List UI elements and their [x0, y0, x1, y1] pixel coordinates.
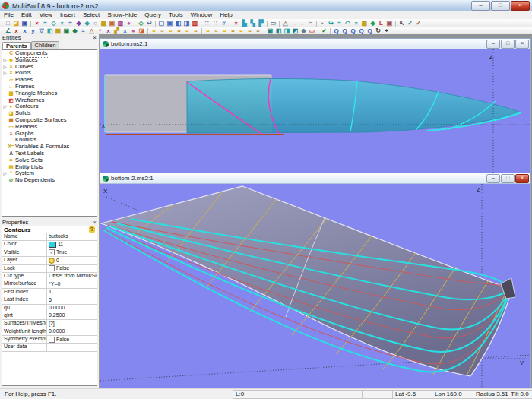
toolbar-icon[interactable]: ↔ — [298, 20, 306, 27]
toolbar-icon[interactable]: ↩ — [145, 20, 154, 27]
tree-item-no-dependents[interactable]: ⊘No Dependents — [2, 177, 97, 184]
app-titlebar[interactable]: MultiSurf 8.9 - bottom-2.ms2 – □ × — [0, 0, 532, 12]
toolbar-icon[interactable]: ▣ — [385, 20, 394, 27]
expand-icon[interactable]: ▷ — [2, 103, 8, 110]
toolbar-icon[interactable]: × — [352, 20, 360, 27]
property-value[interactable]: *Y=0 — [47, 280, 97, 287]
toolbar-icon[interactable]: × — [232, 20, 240, 27]
toolbar-icon[interactable]: ≈ — [66, 20, 74, 27]
close-button[interactable]: × — [515, 174, 529, 183]
toolbar-icon[interactable]: * — [96, 27, 104, 34]
close-icon[interactable]: × — [93, 220, 97, 226]
toolbar-icon[interactable]: Q — [340, 27, 349, 34]
property-row-q0[interactable]: q00.0000 — [2, 305, 97, 312]
maximize-button[interactable]: □ — [501, 174, 515, 183]
toolbar-icon[interactable]: ○ — [91, 20, 100, 27]
viewport-window-bottom[interactable]: bottom-2.ms2:1 – □ × — [100, 173, 530, 387]
toolbar-icon[interactable]: ▢ — [157, 20, 166, 27]
property-row-layer[interactable]: Layer0 — [2, 257, 97, 264]
toolbar-icon[interactable]: ● — [125, 20, 133, 27]
toolbar-icon[interactable]: ¤ — [192, 27, 200, 34]
toolbar-icon[interactable]: ↖ — [397, 20, 406, 27]
toolbar-icon[interactable]: ✓ — [406, 20, 414, 27]
menu-select[interactable]: Select — [79, 11, 103, 19]
property-value[interactable]: 5 — [47, 296, 97, 303]
toolbar-icon[interactable]: ¤ — [220, 27, 229, 34]
menu-edit[interactable]: Edit — [17, 11, 36, 19]
viewport-canvas-side-view[interactable]: x Z — [100, 49, 530, 174]
toolbar-icon[interactable]: ∷ — [203, 20, 211, 27]
property-value[interactable]: 11 — [47, 241, 97, 248]
viewport-window-top[interactable]: bottom.ms2:1 – □ × — [100, 39, 530, 173]
menu-query[interactable]: Query — [141, 11, 165, 19]
toolbar-icon[interactable]: ▞ — [112, 27, 121, 34]
toolbar-icon[interactable]: ✓ — [414, 20, 423, 27]
toolbar-icon[interactable]: ◈ — [83, 20, 91, 27]
property-value[interactable] — [47, 344, 97, 350]
property-row-color[interactable]: Color11 — [2, 241, 97, 249]
toolbar-icon[interactable]: ≈ — [79, 27, 87, 34]
viewport-canvas-3d-view[interactable]: X Z Y — [100, 184, 530, 388]
property-row-last-index[interactable]: Last index5 — [2, 296, 97, 304]
close-button[interactable]: × — [515, 40, 529, 49]
property-row-symmetry-exempt[interactable]: Symmetry exemptFalse — [2, 336, 97, 344]
toolbar-icon[interactable]: ▦ — [54, 27, 62, 34]
property-row-visible[interactable]: Visible✓True — [2, 249, 97, 257]
minimize-button[interactable]: – — [486, 40, 500, 49]
toolbar-icon[interactable]: ◩ — [291, 27, 299, 34]
toolbar-icon[interactable]: ≈ — [335, 20, 344, 27]
toolbar-icon[interactable]: x — [21, 27, 29, 34]
toolbar-icon[interactable]: ▦ — [360, 20, 369, 27]
property-value[interactable]: buttocks — [47, 233, 97, 240]
tab-parents[interactable]: Parents — [2, 42, 31, 49]
toolbar-icon[interactable]: ▦ — [100, 20, 108, 27]
toolbar-icon[interactable]: ¤ — [245, 27, 254, 34]
property-value[interactable]: 1 — [47, 289, 97, 296]
property-value[interactable]: 0.2500 — [47, 312, 97, 319]
property-row-cut-type[interactable]: Cut typeOffset from Mirror/Surface — [2, 273, 97, 280]
toolbar-icon[interactable]: × — [58, 20, 66, 27]
property-value[interactable]: False — [47, 265, 97, 272]
property-value[interactable]: 0.0000 — [47, 328, 97, 335]
property-row-weight-unit-length[interactable]: Weight/unit length0.0000 — [2, 328, 97, 336]
toolbar-icon[interactable]: ¤ — [254, 27, 262, 34]
toolbar-icon[interactable]: ◆ — [71, 27, 79, 34]
toolbar-icon[interactable]: # — [220, 20, 228, 27]
toolbar-icon[interactable]: ▣ — [62, 27, 71, 34]
property-value[interactable]: False — [47, 336, 97, 343]
minimize-button[interactable]: – — [471, 1, 490, 11]
property-row-user-data[interactable]: User data — [2, 344, 97, 351]
toolbar-icon[interactable]: + — [382, 27, 391, 34]
toolbar-icon[interactable]: ▣ — [166, 20, 174, 27]
toolbar-icon[interactable]: ∷ — [211, 20, 220, 27]
viewport-window-top-titlebar[interactable]: bottom.ms2:1 – □ × — [100, 39, 530, 49]
viewport-window-bottom-titlebar[interactable]: bottom-2.ms2:1 – □ × — [100, 173, 530, 184]
property-row-qint[interactable]: qInt0.2500 — [2, 312, 97, 320]
toolbar-icon[interactable]: ▽ — [37, 27, 46, 34]
toolbar-icon[interactable]: ◧ — [174, 20, 182, 27]
toolbar-icon[interactable]: ▣ — [266, 27, 274, 34]
toolbar-icon[interactable]: ¤ — [229, 27, 237, 34]
close-icon[interactable]: × — [93, 35, 97, 41]
property-row-first-index[interactable]: First index1 — [2, 289, 97, 296]
toolbar-icon[interactable]: ▥ — [116, 20, 125, 27]
menu-tools[interactable]: Tools — [165, 11, 187, 19]
toolbar-icon[interactable]: x — [121, 27, 129, 34]
menu-show-hide[interactable]: Show-Hide — [103, 11, 141, 19]
toolbar-icon[interactable]: ◠ — [344, 20, 352, 27]
tab-children[interactable]: Children — [31, 41, 60, 49]
toolbar-icon[interactable]: ↪ — [327, 20, 335, 27]
checkbox-icon[interactable]: ✓ — [49, 249, 55, 255]
toolbar-icon[interactable]: ▥ — [191, 20, 199, 27]
expand-icon[interactable]: ▷ — [2, 70, 8, 77]
property-row-mirror-surface[interactable]: Mirror/surface*Y=0 — [2, 280, 97, 288]
menu-view[interactable]: View — [36, 11, 56, 19]
toolbar-icon[interactable]: L — [377, 20, 385, 27]
toolbar-icon[interactable]: ◨ — [182, 20, 191, 27]
checkbox-icon[interactable] — [49, 337, 55, 343]
property-value[interactable]: 0.0000 — [47, 305, 97, 312]
toolbar-icon[interactable]: ▭ — [308, 27, 316, 34]
toolbar-icon[interactable]: ¤ — [204, 27, 212, 34]
toolbar-icon[interactable]: ¤ — [175, 27, 183, 34]
toolbar-icon[interactable]: ¤ — [183, 27, 192, 34]
